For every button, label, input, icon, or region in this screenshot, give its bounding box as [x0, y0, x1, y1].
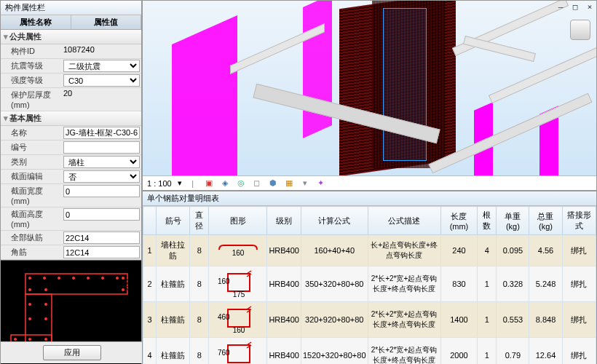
- svg-text:500: 500: [54, 312, 62, 325]
- svg-rect-1: [25, 274, 127, 294]
- col-formula[interactable]: 计算公式: [301, 207, 368, 235]
- svg-rect-40: [228, 345, 250, 363]
- svg-point-26: [44, 338, 47, 341]
- cell-formula: 320+920+80+80: [301, 302, 368, 338]
- seismic-select[interactable]: 二级抗震: [63, 60, 140, 72]
- cell-dia: 8: [190, 302, 209, 338]
- height-input[interactable]: [63, 208, 140, 221]
- property-panel-title: 构件属性栏: [1, 1, 141, 15]
- col-lap[interactable]: 搭接形式: [562, 207, 596, 235]
- col-name[interactable]: 筋号: [157, 207, 190, 235]
- minimize-icon[interactable]: –: [556, 2, 566, 12]
- close-icon[interactable]: ×: [585, 2, 595, 12]
- cell-cnt: 4: [478, 235, 497, 266]
- svg-text:900: 900: [62, 263, 74, 271]
- table-row[interactable]: 1 墙柱拉筋 8 160 HRB400 160+40+40 长+起点弯钩长度+终…: [143, 235, 596, 266]
- tool-icon[interactable]: ▦: [284, 178, 294, 189]
- property-panel: 构件属性栏 属性名称 属性值 ▾公共属性 构件ID1087240 抗震等级二级抗…: [0, 0, 142, 364]
- svg-point-18: [44, 288, 47, 291]
- cell-uw: 0.553: [497, 302, 529, 338]
- col-dia[interactable]: 直径: [190, 207, 209, 235]
- tool-icon[interactable]: ◻: [252, 178, 262, 189]
- cell-lap: 绑扎: [562, 235, 596, 266]
- strength-select[interactable]: C30: [63, 74, 140, 87]
- tool-icon[interactable]: ▾: [300, 178, 310, 189]
- cell-name: 柱箍筋: [157, 266, 190, 302]
- maximize-icon[interactable]: □: [570, 2, 580, 12]
- cell-tw: 12.64: [529, 338, 562, 365]
- table-row[interactable]: 3 柱箍筋 8 460160 HRB400 320+920+80+80 2*长+…: [143, 302, 596, 338]
- section-public[interactable]: ▾公共属性: [1, 30, 141, 44]
- col-cnt[interactable]: 根数: [478, 207, 497, 235]
- col-grade[interactable]: 级别: [267, 207, 301, 235]
- cell-name: 柱箍筋: [157, 302, 190, 338]
- cell-name: 柱箍筋: [157, 338, 190, 365]
- width-input[interactable]: [63, 185, 140, 197]
- cell-formula: 350+320+80+80: [301, 266, 368, 302]
- allbars-input[interactable]: [63, 232, 140, 244]
- tool-icon[interactable]: ⬢: [268, 178, 278, 189]
- row-secedit: 截面编辑否: [1, 170, 141, 184]
- tool-icon[interactable]: ▣: [204, 178, 214, 189]
- row-index: 2: [143, 266, 157, 302]
- cell-shape: 160175: [209, 266, 267, 302]
- row-id: 构件ID1087240: [1, 44, 141, 59]
- svg-text:700: 700: [82, 296, 95, 304]
- code-input[interactable]: [63, 141, 140, 154]
- table-row[interactable]: 4 柱箍筋 8 760 HRB400 1520+320+80+80 2*长+2*…: [143, 338, 596, 365]
- cell-uw: 0.79: [497, 338, 529, 365]
- rebar-table-header: 筋号 直径 图形 级别 计算公式 公式描述 长度(mm) 根数 单重(kg) 总…: [143, 207, 596, 235]
- col-uw[interactable]: 单重(kg): [497, 207, 529, 235]
- section-basic[interactable]: ▾基本属性: [1, 111, 141, 126]
- category-select[interactable]: 墙柱: [63, 156, 140, 168]
- name-input[interactable]: [63, 127, 140, 139]
- col-len[interactable]: 长度(mm): [440, 207, 478, 235]
- svg-text:760: 760: [218, 349, 230, 357]
- cell-len: 830: [440, 266, 478, 302]
- svg-rect-34: [228, 274, 250, 291]
- cell-uw: 0.095: [497, 235, 529, 266]
- svg-point-19: [122, 288, 124, 291]
- scale-dropdown-icon[interactable]: ▾: [178, 178, 182, 188]
- svg-point-16: [122, 277, 124, 280]
- viewport-status-bar: 1 : 100 ▾ | ▣ ◈ ◎ ◻ ⬢ ▦ ▾ ✦: [143, 175, 596, 190]
- cell-cnt: 1: [478, 266, 497, 302]
- row-allbars: 全部纵筋: [1, 231, 141, 245]
- tool-icon[interactable]: ◈: [220, 178, 230, 189]
- secedit-select[interactable]: 否: [63, 170, 140, 183]
- svg-point-17: [28, 288, 31, 291]
- svg-point-21: [44, 303, 47, 306]
- col-idx[interactable]: [143, 207, 157, 235]
- col-tw[interactable]: 总重(kg): [529, 207, 562, 235]
- tool-icon[interactable]: ◎: [236, 178, 246, 189]
- svg-point-25: [28, 338, 31, 341]
- rebar-detail-panel: 单个钢筋对量明细表 筋号 直径 图形 级别 计算公式 公式描述 长度(mm) 根…: [142, 191, 597, 364]
- table-row[interactable]: 2 柱箍筋 8 160175 HRB400 350+320+80+80 2*长+…: [143, 266, 596, 302]
- cell-lap: 绑扎: [562, 338, 596, 365]
- svg-text:300: 300: [30, 327, 42, 335]
- cell-dia: 8: [190, 266, 209, 302]
- cell-grade: HRB400: [267, 302, 301, 338]
- cell-tw: 4.56: [529, 235, 562, 266]
- row-strength: 强度等级C30: [1, 74, 141, 88]
- viewcube-icon[interactable]: [570, 20, 590, 40]
- svg-text:160: 160: [232, 249, 245, 257]
- col-shape[interactable]: 图形: [209, 207, 267, 235]
- cell-cnt: 1: [478, 302, 497, 338]
- rebar-table: 筋号 直径 图形 级别 计算公式 公式描述 长度(mm) 根数 单重(kg) 总…: [143, 206, 596, 364]
- cell-grade: HRB400: [267, 266, 301, 302]
- tool-icon[interactable]: ✦: [316, 178, 326, 189]
- apply-button[interactable]: 应用: [43, 345, 101, 360]
- cell-formula: 1520+320+80+80: [301, 338, 368, 365]
- svg-text:160: 160: [218, 277, 230, 285]
- svg-text:460: 460: [218, 313, 230, 321]
- row-cover: 保护层厚度(mm)20: [1, 88, 141, 111]
- col-desc[interactable]: 公式描述: [368, 207, 440, 235]
- cell-desc: 2*长+2*宽+起点弯钩长度+终点弯钩长度: [368, 266, 440, 302]
- cell-grade: HRB400: [267, 235, 301, 266]
- row-seismic: 抗震等级二级抗震: [1, 59, 141, 74]
- svg-point-13: [87, 277, 90, 280]
- svg-point-11: [58, 277, 60, 280]
- corner-input[interactable]: [63, 246, 140, 258]
- 3d-viewport[interactable]: – □ × 1 : 100 ▾ | ▣ ◈ ◎ ◻ ⬢ ▦ ▾ ✦: [142, 0, 597, 191]
